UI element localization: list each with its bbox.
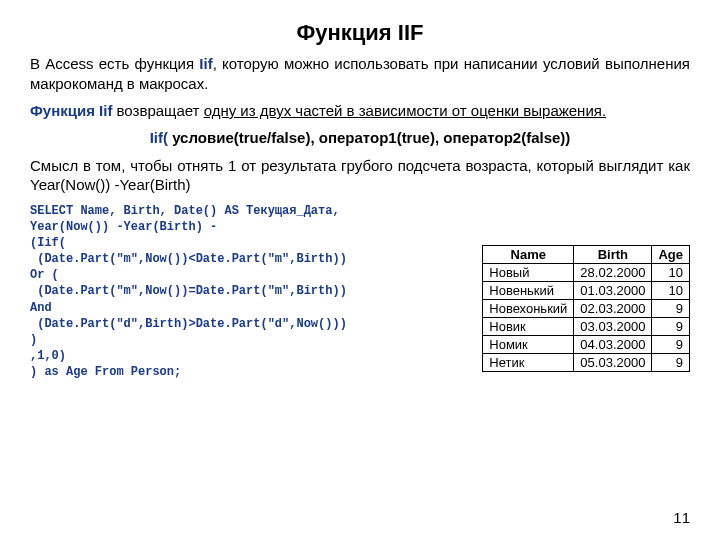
th-name: Name (483, 245, 574, 263)
return-paragraph: Функция Iif возвращает одну из двух част… (30, 101, 690, 121)
table-row: Новенький 01.03.2000 10 (483, 281, 690, 299)
cell-birth: 04.03.2000 (574, 335, 652, 353)
p1-text-a: В Access есть функция (30, 55, 199, 72)
cell-birth: 28.02.2000 (574, 263, 652, 281)
page-number: 11 (673, 509, 690, 526)
cell-name: Новый (483, 263, 574, 281)
syntax-fn: Iif( (150, 129, 168, 146)
table-row: Нетик 05.03.2000 9 (483, 353, 690, 371)
table-row: Новехонький 02.03.2000 9 (483, 299, 690, 317)
syntax-body: условие(true/false), оператор1(true), оп… (168, 129, 570, 146)
meaning-paragraph: Смысл в том, чтобы отнять 1 от результат… (30, 156, 690, 195)
cell-age: 9 (652, 353, 690, 371)
table-row: Новик 03.03.2000 9 (483, 317, 690, 335)
table-header-row: Name Birth Age (483, 245, 690, 263)
cell-birth: 03.03.2000 (574, 317, 652, 335)
cell-age: 10 (652, 263, 690, 281)
cell-birth: 02.03.2000 (574, 299, 652, 317)
result-table-wrap: Name Birth Age Новый 28.02.2000 10 Новен… (482, 245, 690, 372)
cell-name: Новик (483, 317, 574, 335)
cell-name: Нетик (483, 353, 574, 371)
cell-age: 9 (652, 317, 690, 335)
result-table: Name Birth Age Новый 28.02.2000 10 Новен… (482, 245, 690, 372)
table-row: Новый 28.02.2000 10 (483, 263, 690, 281)
intro-paragraph: В Access есть функция Iif, которую можно… (30, 54, 690, 93)
cell-name: Новенький (483, 281, 574, 299)
cell-name: Номик (483, 335, 574, 353)
p2-fn: Функция Iif (30, 102, 112, 119)
cell-birth: 01.03.2000 (574, 281, 652, 299)
syntax-line: Iif( условие(true/false), оператор1(true… (30, 129, 690, 146)
p1-fn: Iif (199, 55, 212, 72)
cell-age: 10 (652, 281, 690, 299)
p2-b: возвращает (112, 102, 203, 119)
table-row: Номик 04.03.2000 9 (483, 335, 690, 353)
th-birth: Birth (574, 245, 652, 263)
p2-c: одну из двух частей в зависимости от оце… (204, 102, 606, 119)
cell-name: Новехонький (483, 299, 574, 317)
cell-age: 9 (652, 335, 690, 353)
page-title: Функция IIF (30, 20, 690, 46)
th-age: Age (652, 245, 690, 263)
cell-age: 9 (652, 299, 690, 317)
sql-code-block: SELECT Name, Birth, Date() AS Текущая_Да… (30, 203, 390, 381)
cell-birth: 05.03.2000 (574, 353, 652, 371)
